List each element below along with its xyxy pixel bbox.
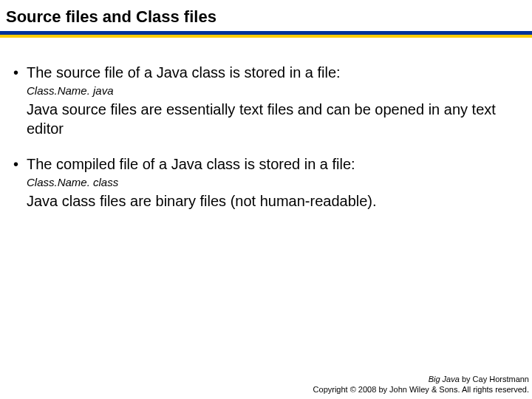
code-line: Class.Name. class	[27, 175, 519, 190]
bullet-list: • The source file of a Java class is sto…	[13, 63, 519, 211]
footer-by: by Cay Horstmann	[460, 375, 529, 383]
footer-line-1: Big Java by Cay Horstmann	[313, 374, 529, 384]
footer-copyright: Copyright © 2008 by John Wiley & Sons. A…	[313, 384, 529, 395]
title-area: Source files and Class files	[0, 0, 532, 31]
bullet-text: The source file of a Java class is store…	[27, 63, 341, 82]
slide-title: Source files and Class files	[6, 7, 526, 31]
code-line: Class.Name. java	[27, 83, 519, 98]
bullet-text: The compiled file of a Java class is sto…	[27, 154, 355, 174]
bullet-dot: •	[13, 63, 27, 82]
footer-book: Big Java	[429, 375, 460, 383]
explain-text: Java source files are essentially text f…	[27, 100, 519, 138]
content-area: • The source file of a Java class is sto…	[0, 38, 532, 211]
list-item: • The source file of a Java class is sto…	[13, 63, 519, 138]
footer: Big Java by Cay Horstmann Copyright © 20…	[313, 374, 529, 395]
list-item: • The compiled file of a Java class is s…	[13, 154, 519, 211]
explain-text: Java class files are binary files (not h…	[27, 191, 519, 211]
bullet-dot: •	[13, 154, 27, 174]
